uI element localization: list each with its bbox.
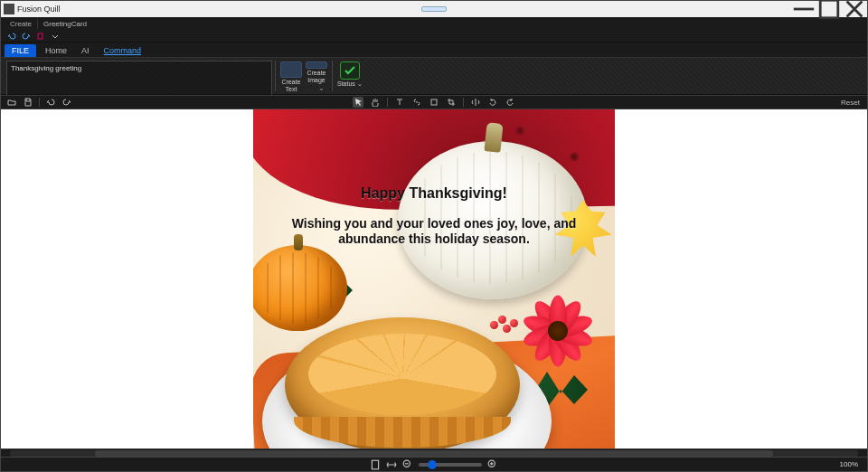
pointer-tool[interactable] <box>353 97 363 108</box>
close-button[interactable] <box>842 1 867 17</box>
status-expand-icon[interactable]: ⌄ <box>357 80 363 87</box>
save-button[interactable] <box>23 97 33 108</box>
card-message-text: Wishing you and your loved ones joy, lov… <box>271 216 597 247</box>
card-title-text: Happy Thanksgiving! <box>253 185 615 202</box>
doc-tab-greetingcard[interactable]: GreetingCard <box>37 19 92 29</box>
tab-home[interactable]: Home <box>38 44 74 57</box>
text-tool[interactable] <box>394 97 405 108</box>
reset-button[interactable]: Reset <box>841 99 860 107</box>
qat-dropdown[interactable] <box>50 31 61 42</box>
shape-tool[interactable] <box>429 97 439 108</box>
zoom-percent[interactable]: 100% <box>840 460 858 468</box>
ribbon: AI Command CreateText CreateImage ⌄ Stat… <box>1 57 867 95</box>
doc-tab-create[interactable]: Create <box>5 19 37 29</box>
document-tabs: Create GreetingCard <box>1 17 867 30</box>
hand-tool[interactable] <box>370 97 381 108</box>
horizontal-scrollbar[interactable] <box>1 448 867 457</box>
rotate-cw-button[interactable] <box>505 97 515 108</box>
tab-ai[interactable]: AI <box>74 44 97 57</box>
svg-rect-1 <box>38 33 42 39</box>
title-bar: Fusion Quill <box>1 1 867 17</box>
titlebar-grip[interactable] <box>421 6 447 12</box>
create-text-icon <box>280 61 302 78</box>
create-image-expand-icon[interactable]: ⌄ <box>318 84 327 94</box>
app-icon <box>4 4 14 14</box>
tab-file[interactable]: FILE <box>5 44 36 57</box>
create-image-icon <box>306 61 327 69</box>
ribbon-tabs: FILE Home AI Command <box>1 42 867 57</box>
crop-tool[interactable] <box>446 97 457 108</box>
zoom-in-button[interactable] <box>487 459 498 470</box>
editor-toolbar: Reset <box>1 95 867 109</box>
quick-access-toolbar <box>1 30 867 42</box>
undo2-button[interactable] <box>45 97 56 108</box>
fit-width-button[interactable] <box>386 459 397 470</box>
redo2-button[interactable] <box>61 97 72 108</box>
redo-button[interactable] <box>21 31 32 42</box>
status-bar: 100% <box>1 457 867 471</box>
zoom-slider[interactable] <box>419 463 482 467</box>
tab-command[interactable]: Command <box>97 44 149 57</box>
svg-rect-2 <box>431 99 437 105</box>
minimize-button[interactable] <box>791 1 816 17</box>
app-title: Fusion Quill <box>17 5 61 14</box>
fit-page-button[interactable] <box>370 459 381 470</box>
create-text-button[interactable]: CreateText <box>278 58 304 94</box>
status-ok-icon <box>340 61 360 80</box>
link-tool[interactable] <box>411 97 422 108</box>
svg-rect-0 <box>820 0 838 18</box>
rotate-ccw-button[interactable] <box>487 97 498 108</box>
svg-rect-3 <box>372 460 378 469</box>
greeting-card-image[interactable]: Happy Thanksgiving! Wishing you and your… <box>253 109 615 448</box>
create-image-button[interactable]: CreateImage ⌄ <box>304 58 329 94</box>
copy-button[interactable] <box>35 31 46 42</box>
open-button[interactable] <box>6 97 17 108</box>
canvas[interactable]: Happy Thanksgiving! Wishing you and your… <box>1 109 867 448</box>
undo-button[interactable] <box>6 31 17 42</box>
maximize-button[interactable] <box>816 1 842 17</box>
status-group: Status ⌄ <box>335 58 364 94</box>
zoom-out-button[interactable] <box>402 459 413 470</box>
flip-h-button[interactable] <box>470 97 481 108</box>
